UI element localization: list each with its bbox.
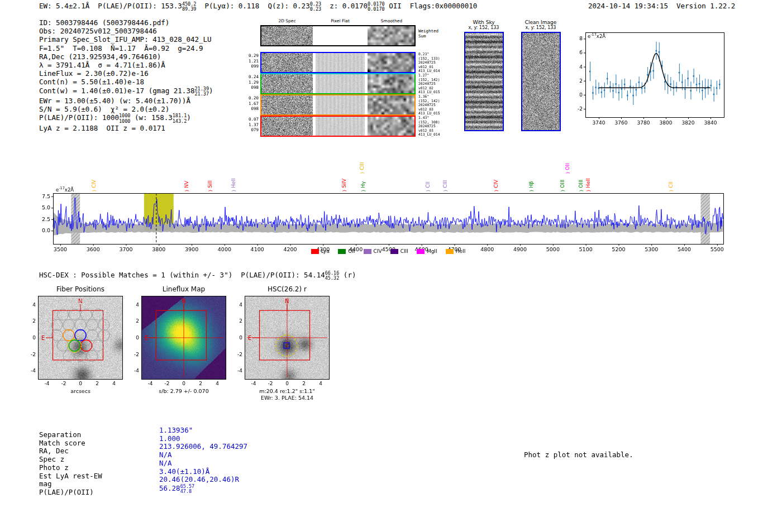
panel-ytick-label: -2 bbox=[128, 352, 139, 357]
hsc-panel-title: HSC(26.2) r bbox=[245, 285, 330, 293]
panel-ytick-label: 2 bbox=[128, 318, 139, 324]
info-line: LineFlux = 2.30(±0.72)e-16 bbox=[39, 69, 213, 78]
fiber-positions-panel: NE bbox=[38, 296, 123, 380]
fiber-circle bbox=[58, 340, 69, 351]
panel-xtick-label: 4 bbox=[315, 381, 326, 386]
fiber-xlabel: arcsecs bbox=[38, 388, 123, 394]
spec2d-col-header-pixelflat: Pixel Flat bbox=[314, 18, 366, 23]
text-segment: (w: 158.3 bbox=[130, 114, 172, 122]
legend-item: OII bbox=[338, 248, 355, 254]
text-segment: RA,Dec (213.925934,49.764610) bbox=[39, 52, 161, 61]
match-row-value: 3.40(±1.10)Å bbox=[159, 468, 247, 476]
match-row-value: N/A bbox=[159, 451, 247, 459]
stacked-fraction: 21.3921.37 bbox=[194, 87, 209, 97]
highlight-fiber-circle bbox=[81, 340, 92, 351]
panel-ytick-label: 0 bbox=[25, 335, 36, 341]
text-segment: EWr = 13.00(±5.40) (w: 5.40(±1.70))Å bbox=[39, 97, 190, 105]
clean-image bbox=[522, 33, 560, 130]
match-row-label: mag bbox=[39, 480, 102, 488]
info-line: Cont(w) = 1.40(±0.01)e-17 (gmag 21.3821.… bbox=[39, 87, 213, 97]
text-segment: Primary Spec_Slot_IFU_AMP: 413_028_042_L… bbox=[39, 35, 212, 44]
hscdex-header: HSC-DEX : Possible Matches = 1 (within +… bbox=[39, 271, 356, 281]
catalog-position-square bbox=[284, 343, 289, 348]
text-segment: Obs: 20240725v012_5003798446 bbox=[39, 27, 157, 35]
info-line: Cont(n) = 5.50(±1.40)e-18 bbox=[39, 78, 213, 86]
panel-ytick-label: -4 bbox=[231, 368, 242, 373]
fiber-circle bbox=[93, 340, 104, 351]
emission-line-label: } OII bbox=[565, 163, 570, 174]
line-fit-plot bbox=[575, 27, 729, 133]
compass-east-label: E bbox=[248, 335, 251, 341]
legend-item: Lyα bbox=[311, 248, 330, 254]
match-row-value: 20.46(20.46,20.46)R bbox=[159, 476, 247, 484]
spec2d-col-header-2dspec: 2D Spec bbox=[260, 18, 314, 23]
photz-note: Phot z plot not available. bbox=[524, 450, 633, 459]
emission-line-label: } CIII bbox=[360, 162, 365, 174]
panel-overlay: NE bbox=[142, 296, 226, 379]
spec2d-row bbox=[260, 116, 416, 137]
stacked-fraction: 0.230.23 bbox=[310, 2, 321, 12]
legend-swatch bbox=[417, 249, 425, 254]
legend-label: MgII bbox=[427, 248, 437, 254]
match-row-value: 213.926006, 49.764297 bbox=[159, 443, 247, 451]
spec2d-segment-image bbox=[316, 95, 365, 114]
match-row-label: Spec z bbox=[39, 456, 102, 464]
stacked-fraction: 65.5747.8 bbox=[180, 484, 195, 494]
spectrum-units-annotation: e-17x2Å bbox=[56, 186, 74, 193]
fiber-circle bbox=[63, 319, 74, 330]
fiber-circle bbox=[98, 330, 109, 341]
info-line: Obs: 20240725v012_5003798446 bbox=[39, 27, 213, 35]
compass-north-label: N bbox=[78, 298, 82, 304]
panel-xtick-label: 4 bbox=[108, 381, 120, 386]
stacked-fraction: 181.1143.2 bbox=[173, 113, 187, 123]
panel-ytick-label: 4 bbox=[25, 302, 36, 308]
text-segment: P(Lyα): 0.118 Q(z): 0.23 bbox=[196, 2, 309, 10]
spec2d-row-right-labels: 0.23"(152, 133)20240725v012_01413_LU_014 bbox=[418, 52, 444, 74]
clean-cutout bbox=[521, 32, 561, 131]
legend-label: CIII bbox=[400, 248, 408, 254]
legend-swatch bbox=[446, 249, 454, 254]
spec2d-row-right-labels: 1.43"(152, 308)20240725v012_03413_LU_014 bbox=[418, 116, 444, 137]
spectrum-legend: LyαOIICIVCIIIMgIIHeII bbox=[53, 248, 723, 254]
match-row-label: Photo z bbox=[39, 464, 102, 472]
spec2d-row-left-values: 0.071.37079 bbox=[246, 117, 259, 133]
text-segment: Cont(w) = 1.40(±0.01)e-17 (gmag 21.38 bbox=[39, 87, 194, 95]
legend-swatch bbox=[390, 249, 398, 254]
spec2d-col-header-smoothed: Smoothed bbox=[367, 18, 416, 23]
emission-line-brace: } bbox=[360, 170, 365, 174]
fiber-circle bbox=[75, 319, 86, 330]
panel-xtick-label: 4 bbox=[212, 381, 223, 386]
header-summary: EW: 5.4±2.1Å P(LAE)/P(OII): 153.3450.289… bbox=[39, 2, 477, 12]
spec2d-row-right-labels: 1.27"(152, 142)20240725v012_02413_LU_015 bbox=[418, 74, 444, 95]
withsky-image bbox=[465, 33, 503, 130]
legend-label: OII bbox=[348, 248, 355, 254]
legend-swatch bbox=[364, 249, 371, 254]
text-segment: LineFlux = 2.30(±0.72)e-16 bbox=[39, 69, 149, 78]
info-line: LyA z = 2.1188 OII z = 0.0171 bbox=[39, 124, 213, 132]
panel-xtick-label: 0 bbox=[282, 381, 293, 386]
spec2d-row bbox=[260, 52, 416, 73]
match-table-labels: SeparationMatch scoreRA, DecSpec zPhoto … bbox=[39, 431, 102, 497]
stacked-fraction: 450.289.39 bbox=[182, 2, 197, 12]
compass-east-label: E bbox=[145, 335, 148, 341]
clean-title: Clean Image bbox=[517, 20, 564, 25]
panel-xtick-label: -4 bbox=[145, 381, 156, 386]
clean-subtitle: x, y: 152, 133 bbox=[517, 25, 564, 30]
highlight-fiber-circle bbox=[69, 340, 80, 351]
withsky-cutout bbox=[464, 32, 504, 131]
info-line: F=1.5" T=0.108 N̄=1.17 Ā=0.92 g=24.9 bbox=[39, 44, 213, 52]
panel-ytick-label: 2 bbox=[25, 318, 36, 324]
legend-swatch bbox=[338, 249, 346, 254]
legend-item: MgII bbox=[417, 248, 437, 254]
panel-xtick-label: 2 bbox=[195, 381, 206, 386]
weighted-sum-label: WeightedSum bbox=[418, 29, 444, 39]
text-segment: z: 0.0170 bbox=[321, 2, 368, 10]
compass-north-label: N bbox=[285, 298, 289, 304]
spec2d-segment-image bbox=[316, 117, 365, 136]
hsc-caption-2: EWr: 3. PLAE: 54.14 bbox=[245, 395, 330, 401]
panel-ytick-label: -4 bbox=[25, 368, 36, 373]
text-segment: (r) bbox=[339, 271, 356, 279]
panel-xtick-label: 2 bbox=[298, 381, 309, 386]
spec2d-segment-image bbox=[316, 53, 365, 72]
info-line: ID: 5003798446 (5003798446.pdf) bbox=[39, 18, 213, 27]
